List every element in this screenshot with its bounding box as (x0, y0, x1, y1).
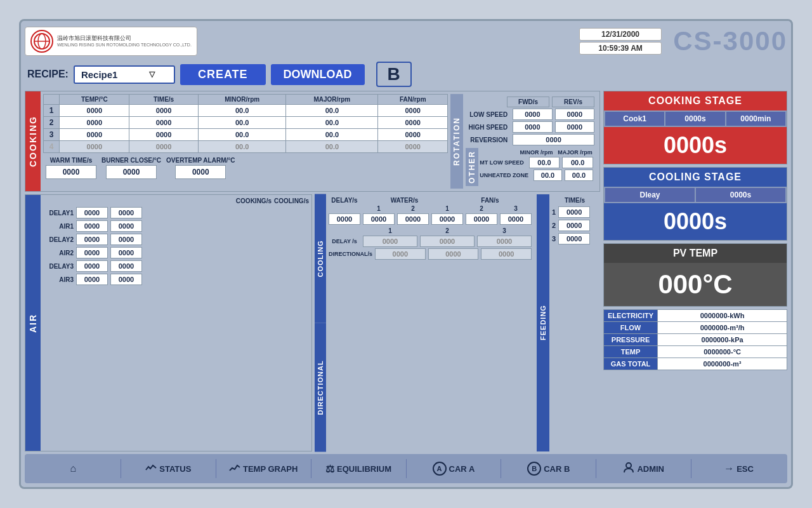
cooking-stage-panel: COOKING STAGE Cook1 0000s 0000min 0000s (603, 91, 787, 164)
reversion-value[interactable]: 0000 (513, 134, 594, 145)
table-row: 3 0000 0000 00.0 00.0 0000 (44, 129, 448, 141)
delay1-cooking[interactable]: 0000 (76, 207, 108, 218)
nav-divider-2 (216, 459, 216, 478)
air1-cooling[interactable]: 0000 (110, 220, 142, 232)
delay2-cooking[interactable]: 0000 (76, 234, 108, 245)
cooling-delay[interactable]: 0000 (329, 213, 360, 225)
cooking-stage-big: 0000s (604, 127, 787, 164)
delay3-row: DELAY3 0000 0000 (43, 260, 309, 272)
esc-nav[interactable]: → ESC (694, 460, 783, 477)
electricity-label: ELECTRICITY (604, 310, 658, 322)
temp-2[interactable]: 0000 (60, 117, 129, 129)
burner-label: BURNER CLOSE/°C (102, 157, 161, 164)
minor-3[interactable]: 00.0 (198, 129, 286, 141)
cooling-fan2[interactable]: 0000 (466, 213, 497, 225)
air2-cooking[interactable]: 0000 (76, 247, 108, 258)
overtemp-input[interactable]: 0000 (175, 165, 226, 179)
feeding-num-2: 2 (552, 222, 556, 229)
air-label: AIR (25, 195, 41, 451)
fan-3[interactable]: 0000 (378, 129, 448, 141)
delay1-cooling[interactable]: 0000 (110, 207, 142, 218)
fan-1[interactable]: 0000 (378, 105, 448, 117)
temp-graph-nav[interactable]: TEMP GRAPH (219, 460, 308, 477)
other-content: MINOR /rpm MAJOR /rpm MT LOW SPEED 00.0 … (478, 148, 594, 186)
delay3-cooling[interactable]: 0000 (110, 260, 142, 272)
air1-cooking[interactable]: 0000 (76, 220, 108, 232)
delay3-cooking[interactable]: 0000 (76, 260, 108, 272)
svg-point-3 (626, 463, 631, 468)
temp-1[interactable]: 0000 (60, 105, 129, 117)
high-speed-rev[interactable]: 0000 (555, 121, 594, 133)
fan-2[interactable]: 0000 (378, 117, 448, 129)
low-speed-rev[interactable]: 0000 (555, 109, 594, 120)
cooling-dir-area: COOLING DIRECTIONAL DELAY/s WATER/s FAN/… (315, 194, 534, 451)
temp-3[interactable]: 0000 (60, 129, 129, 141)
cooling-delay-label: Dleay (605, 188, 695, 202)
b-button[interactable]: B (376, 62, 412, 87)
other-label: OTHER (466, 148, 478, 186)
low-speed-fwd[interactable]: 0000 (513, 109, 552, 120)
delay2-cooling[interactable]: 0000 (110, 234, 142, 245)
cooking-stage-header: COOKING STAGE (604, 91, 787, 110)
cooling-s-header: COOLING/s (274, 197, 309, 204)
cooling-vert-label: COOLING (315, 194, 326, 323)
equilibrium-nav[interactable]: ⚖ EQUILIBRIUM (314, 460, 403, 478)
unheated-minor[interactable]: 00.0 (534, 170, 562, 181)
air1-row: AIR1 0000 0000 (43, 220, 309, 232)
delay2-label: DELAY2 (43, 236, 74, 243)
dir-delay-row: DELAY /s 0000 0000 0000 (329, 236, 532, 247)
unheated-label: UNHEATED ZONE (480, 172, 531, 178)
status-nav[interactable]: STATUS (124, 460, 213, 477)
cooling-fan1[interactable]: 0000 (431, 213, 463, 225)
cooling-fan3[interactable]: 0000 (500, 213, 532, 225)
time-3[interactable]: 0000 (129, 129, 198, 141)
cooling-water1[interactable]: 0000 (363, 213, 395, 225)
unheated-major[interactable]: 00.0 (565, 170, 593, 181)
air3-cooking[interactable]: 0000 (76, 274, 108, 285)
dir-delay-3: 0000 (477, 236, 532, 247)
temp-graph-label: TEMP GRAPH (243, 464, 298, 474)
rotation-label: ROTATION (450, 94, 463, 189)
download-button[interactable]: DOWNLOAD (271, 64, 365, 85)
create-button[interactable]: CREATE (180, 64, 266, 85)
burner-input[interactable]: 0000 (106, 165, 157, 179)
fan-col3: 3 (500, 205, 532, 212)
home-nav[interactable]: ⌂ (29, 460, 118, 477)
car-b-nav[interactable]: B CAR B (504, 459, 593, 478)
car-a-nav[interactable]: A CAR A (409, 459, 499, 478)
pressure-label: PRESSURE (604, 334, 658, 346)
major-2[interactable]: 00.0 (286, 117, 378, 129)
table-row: 4 0000 0000 00.0 00.0 0000 (44, 141, 448, 153)
minor-1[interactable]: 00.0 (198, 105, 286, 117)
air2-cooling[interactable]: 0000 (110, 247, 142, 258)
major-3[interactable]: 00.0 (286, 129, 378, 141)
row-num-3: 3 (44, 129, 60, 141)
major-1[interactable]: 00.0 (286, 105, 378, 117)
high-speed-fwd[interactable]: 0000 (513, 121, 552, 133)
logo-icon (30, 30, 53, 53)
overtemp-group: OVERTEMP ALARM/°C 0000 (166, 157, 235, 179)
minor-2[interactable]: 00.0 (198, 117, 286, 129)
feeding-val-3[interactable]: 0000 (558, 233, 590, 244)
nav-divider-4 (406, 459, 407, 478)
time-1[interactable]: 0000 (129, 105, 198, 117)
pv-temp-header: PV TEMP (604, 244, 787, 263)
cooking-section: COOKING TEMP/°C TIME/s MINOR/rpm (25, 91, 600, 192)
cooling-water2[interactable]: 0000 (397, 213, 429, 225)
time-2[interactable]: 0000 (129, 117, 198, 129)
cooking-s-header: COOKING/s (236, 197, 272, 204)
feeding-val-1[interactable]: 0000 (558, 206, 590, 218)
mt-low-minor[interactable]: 00.0 (529, 157, 560, 168)
feeding-val-2[interactable]: 0000 (558, 220, 590, 231)
air3-cooling[interactable]: 0000 (110, 274, 142, 285)
recipe-bar: RECIPE: Recipe1 ▽ CREATE DOWNLOAD B (25, 60, 787, 88)
dir-directional-row: DIRECTIONAL/s 0000 0000 0000 (329, 248, 532, 260)
directional-s-label: DIRECTIONAL/s (329, 251, 372, 257)
air-section: AIR COOKING/s COOLING/s DELAY1 0000 0000 (25, 194, 312, 451)
recipe-dropdown[interactable]: Recipe1 ▽ (74, 65, 175, 84)
mt-low-major[interactable]: 00.0 (562, 157, 593, 168)
car-a-label: CAR A (449, 464, 475, 474)
admin-nav[interactable]: ADMIN (599, 459, 688, 478)
warm-input[interactable]: 0000 (46, 165, 96, 179)
temp-graph-icon (229, 463, 240, 474)
